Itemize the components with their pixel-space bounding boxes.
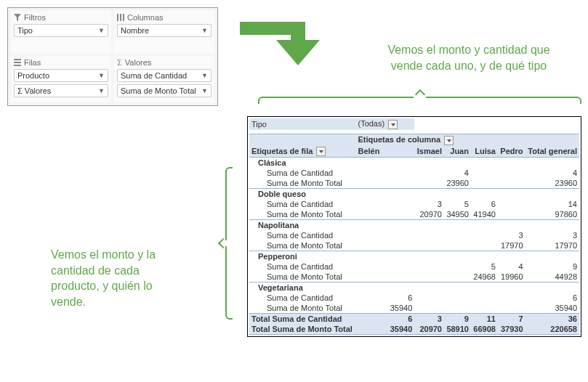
measure-label: Suma de Cantidad: [249, 230, 355, 240]
pivot-filter-row: Tipo (Todas): [249, 118, 579, 130]
field-item-sigma-valores[interactable]: Σ Valores ▼: [14, 84, 108, 97]
cell: [498, 199, 525, 209]
values-label: Valores: [125, 58, 151, 67]
measure-label: Suma de Cantidad: [249, 199, 355, 209]
cell: 5: [444, 199, 471, 209]
cell: [444, 230, 471, 240]
caret-down-icon: ▼: [201, 87, 208, 94]
caret-down-icon: ▼: [201, 72, 208, 79]
cell: [444, 261, 471, 272]
cell: [355, 261, 414, 272]
group-header-row: Napolitana: [249, 220, 579, 231]
cell: [471, 293, 498, 303]
field-item-nombre[interactable]: Nombre ▼: [117, 24, 212, 37]
cell: 6: [525, 293, 579, 303]
col-header: Juan: [444, 146, 471, 158]
rows-icon: [14, 59, 21, 66]
cell: [414, 240, 444, 251]
filter-field-cell[interactable]: Tipo: [249, 118, 355, 130]
cell: 14: [525, 199, 579, 209]
filters-zone[interactable]: Filtros Tipo ▼: [11, 11, 111, 53]
field-item-label: Producto: [17, 71, 49, 80]
flow-arrow-icon: [240, 7, 334, 65]
cell: [355, 230, 414, 240]
cell: [414, 230, 444, 240]
svg-rect-0: [117, 14, 118, 21]
cell: 20970: [414, 324, 444, 335]
dropdown-icon[interactable]: [316, 147, 326, 156]
cell: [471, 178, 498, 189]
group-cantidad-row: Suma de Cantidad66: [249, 293, 579, 303]
svg-rect-2: [123, 14, 124, 21]
caret-down-icon: ▼: [98, 27, 105, 34]
cell: 3: [414, 314, 444, 325]
col-labels-title: Etiquetas de columna: [358, 135, 440, 144]
field-item-suma-monto[interactable]: Suma de Monto Total ▼: [117, 84, 212, 97]
values-zone[interactable]: Σ Valores Suma de Cantidad ▼ Suma de Mon…: [114, 56, 214, 102]
filter-value-text: (Todas): [358, 119, 384, 128]
col-header: Luisa: [471, 146, 498, 158]
field-item-label: Suma de Cantidad: [121, 71, 187, 80]
pivot-field-panel: Filtros Tipo ▼ Columnas Nombre ▼: [7, 7, 218, 106]
group-monto-row: Suma de Monto Total1797017970: [249, 240, 579, 251]
cell: [414, 168, 444, 178]
grand-total-label: Total Suma de Monto Total: [249, 324, 355, 335]
col-header: Pedro: [498, 146, 525, 158]
grand-total-label: Total Suma de Cantidad: [249, 314, 355, 325]
field-item-label: Tipo: [17, 26, 33, 35]
filters-label: Filtros: [24, 13, 46, 22]
col-labels-title-cell[interactable]: Etiquetas de columna: [355, 134, 579, 146]
rows-zone[interactable]: Filas Producto ▼ Σ Valores ▼: [11, 56, 111, 102]
row-labels-title-cell[interactable]: Etiquetas de fila: [249, 146, 355, 158]
cell: [355, 199, 414, 209]
cell: 19960: [498, 272, 525, 283]
cell: [471, 230, 498, 240]
grand-total-header: Total general: [525, 146, 579, 158]
cell: [444, 293, 471, 303]
cell: [355, 178, 414, 189]
measure-label: Suma de Monto Total: [249, 178, 355, 189]
field-item-suma-cantidad[interactable]: Suma de Cantidad ▼: [117, 69, 212, 82]
cell: [414, 178, 444, 189]
field-item-producto[interactable]: Producto ▼: [14, 69, 108, 82]
svg-rect-3: [14, 59, 21, 60]
cell: [355, 240, 414, 251]
group-name: Vegetariana: [249, 283, 355, 293]
cell: [498, 178, 525, 189]
rows-label: Filas: [24, 58, 41, 67]
cell: 220658: [525, 324, 579, 335]
measure-label: Suma de Cantidad: [249, 168, 355, 178]
group-monto-row: Suma de Monto Total20970349504194097860: [249, 209, 579, 220]
brace-left-icon: [218, 167, 238, 320]
cell: 17970: [525, 240, 579, 251]
measure-label: Suma de Monto Total: [249, 272, 355, 283]
cell: [414, 303, 444, 314]
cell: [444, 272, 471, 283]
columns-label: Columnas: [127, 13, 164, 22]
cell: 37930: [498, 324, 525, 335]
cell: 97860: [525, 209, 579, 220]
cell: [444, 303, 471, 314]
cell: 6: [355, 293, 414, 303]
columns-zone[interactable]: Columnas Nombre ▼: [114, 11, 214, 53]
measure-label: Suma de Monto Total: [249, 303, 355, 314]
annotation-left: Vemos el monto y la cantidad de cada pro…: [51, 247, 189, 309]
field-item-tipo[interactable]: Tipo ▼: [14, 24, 108, 37]
measure-label: Suma de Cantidad: [249, 261, 355, 272]
cell: 23960: [525, 178, 579, 189]
filter-value-cell[interactable]: (Todas): [355, 118, 414, 130]
cell: [355, 209, 414, 220]
cell: 11: [471, 314, 498, 325]
caret-down-icon: ▼: [98, 72, 105, 79]
group-monto-row: Suma de Monto Total2396023960: [249, 178, 579, 189]
cell: [444, 240, 471, 251]
cell: 3: [414, 199, 444, 209]
group-cantidad-row: Suma de Cantidad33: [249, 230, 579, 240]
cell: 44928: [525, 272, 579, 283]
cell: 34950: [444, 209, 471, 220]
cell: 9: [525, 261, 579, 272]
cell: [498, 168, 525, 178]
dropdown-icon[interactable]: [444, 136, 454, 145]
svg-rect-5: [14, 65, 21, 66]
dropdown-icon[interactable]: [388, 120, 398, 129]
